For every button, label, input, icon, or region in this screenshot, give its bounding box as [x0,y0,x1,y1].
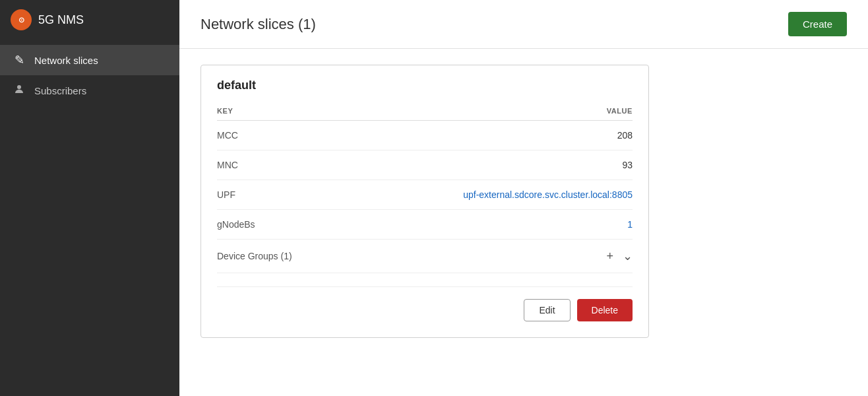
row-key: MCC [217,121,344,150]
edit-button[interactable]: Edit [524,299,570,321]
sidebar-nav: ✎ Network slices Subscribers [0,45,179,106]
sidebar-item-subscribers[interactable]: Subscribers [0,75,179,106]
card-footer: Edit Delete [217,286,633,321]
sidebar-item-label: Network slices [34,55,98,66]
table-row: MNC 93 [217,150,633,180]
create-button[interactable]: Create [788,12,847,36]
row-key: UPF [217,180,344,210]
app-title: 5G NMS [38,13,84,27]
table-row: gNodeBs 1 [217,210,633,240]
sidebar-item-network-slices[interactable]: ✎ Network slices [0,45,179,75]
sidebar: ⊙ 5G NMS ✎ Network slices Subscribers [0,0,179,396]
row-key: MNC [217,150,344,180]
sidebar-header: ⊙ 5G NMS [0,0,179,40]
subscribers-icon [12,83,26,98]
page-title: Network slices (1) [201,16,316,33]
table-row: UPF upf-external.sdcore.svc.cluster.loca… [217,180,633,210]
device-groups-actions-cell: + ⌄ [344,240,633,273]
add-device-group-icon[interactable]: + [606,249,613,263]
row-key: gNodeBs [217,210,344,240]
col-key-header: KEY [217,103,344,121]
row-value: 208 [344,121,633,150]
slice-card: default KEY VALUE MCC 208 MNC 93 [201,65,649,338]
col-value-header: VALUE [344,103,633,121]
delete-button[interactable]: Delete [577,299,633,321]
network-slices-icon: ✎ [12,53,26,67]
info-table: KEY VALUE MCC 208 MNC 93 UPF upf [217,103,633,273]
device-groups-key: Device Groups (1) [217,240,344,273]
app-logo: ⊙ [11,9,32,30]
device-groups-row: Device Groups (1) + ⌄ [217,240,633,273]
table-row: MCC 208 [217,121,633,150]
row-value: 93 [344,150,633,180]
main-content: Network slices (1) Create default KEY VA… [179,0,868,396]
row-value-link: upf-external.sdcore.svc.cluster.local:88… [344,180,633,210]
device-groups-actions: + ⌄ [344,249,633,263]
main-header: Network slices (1) Create [179,0,868,49]
row-value-count: 1 [344,210,633,240]
content-area: default KEY VALUE MCC 208 MNC 93 [179,49,868,354]
svg-point-0 [17,85,21,89]
expand-device-groups-icon[interactable]: ⌄ [623,249,633,263]
card-title: default [217,79,633,92]
sidebar-item-label: Subscribers [34,85,86,96]
